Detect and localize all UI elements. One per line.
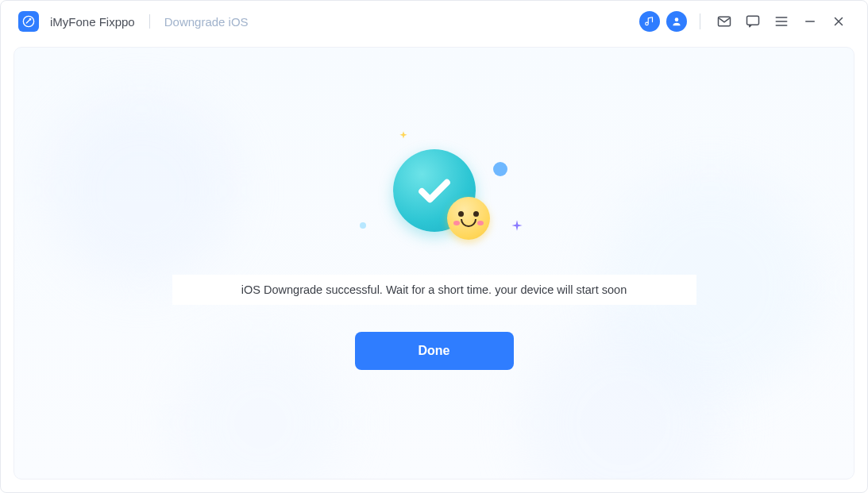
success-illustration	[363, 135, 506, 246]
smiley-icon	[447, 197, 490, 240]
titlebar-divider	[700, 13, 700, 29]
account-icon	[671, 16, 682, 27]
content-panel: iOS Downgrade successful. Wait for a sho…	[14, 47, 854, 480]
menu-icon	[773, 13, 789, 29]
decor-dot	[493, 162, 507, 176]
feedback-button[interactable]	[742, 10, 764, 33]
breadcrumb: Downgrade iOS	[164, 15, 249, 29]
minimize-button[interactable]	[799, 10, 821, 33]
close-icon	[831, 14, 846, 29]
checkmark-icon	[413, 169, 456, 212]
done-button[interactable]: Done	[355, 332, 514, 370]
mail-button[interactable]	[713, 10, 735, 33]
minimize-icon	[803, 14, 817, 29]
status-message-text: iOS Downgrade successful. Wait for a sho…	[241, 283, 627, 296]
close-button[interactable]	[827, 10, 850, 33]
sparkle-icon	[398, 130, 409, 141]
bg-blob	[46, 95, 237, 286]
bg-blob	[173, 336, 348, 480]
feedback-icon	[745, 13, 761, 29]
menu-button[interactable]	[770, 10, 793, 33]
titlebar: iMyFone Fixppo Downgrade iOS	[1, 1, 867, 42]
app-logo	[18, 11, 39, 32]
music-note-icon	[644, 16, 655, 27]
titlebar-actions	[639, 10, 850, 33]
account-button[interactable]	[666, 11, 687, 32]
music-transfer-button[interactable]	[639, 11, 660, 32]
success-check-circle	[393, 149, 476, 232]
status-message-bar: iOS Downgrade successful. Wait for a sho…	[172, 275, 696, 305]
decor-dot	[360, 222, 366, 229]
sparkle-icon	[511, 219, 523, 232]
mail-icon	[716, 13, 732, 29]
svg-point-1	[675, 17, 679, 21]
app-name: iMyFone Fixppo	[50, 15, 135, 29]
app-window: iMyFone Fixppo Downgrade iOS	[0, 0, 868, 493]
fixppo-logo-icon	[22, 15, 35, 28]
svg-rect-3	[747, 16, 759, 25]
title-separator	[149, 14, 150, 29]
